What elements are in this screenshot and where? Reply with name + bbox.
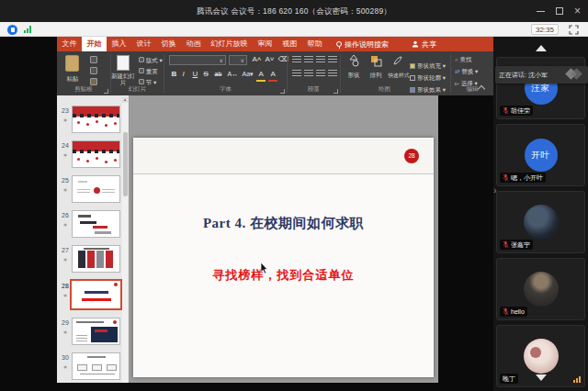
shapes-button[interactable]: 形状 — [344, 54, 364, 79]
tab-transitions[interactable]: 切换 — [156, 37, 181, 51]
slide-thumbnail-panel: 23 ∗ 24 ∗ 25 ∗ 26 ∗ 27 ∗ — [57, 95, 129, 383]
cut-icon[interactable] — [90, 56, 97, 63]
font-size-combo[interactable]: ∨ — [229, 55, 247, 65]
shape-effects-icon — [410, 87, 415, 93]
tab-home[interactable]: 开始 — [82, 37, 107, 51]
participant-tile-4[interactable]: hello — [496, 258, 585, 320]
group-paragraph: 段落 — [288, 51, 340, 95]
thumbnail-slide-26[interactable] — [72, 210, 120, 238]
slide-title[interactable]: Part 4. 在校期间如何求职 — [133, 215, 434, 232]
thumbnail-slide-23[interactable] — [72, 106, 120, 133]
tab-help[interactable]: 帮助 — [302, 37, 327, 51]
thumb-number: 30 — [60, 354, 71, 361]
participant-name-tag: 嗯，小开叶 — [500, 173, 546, 183]
scrollbar-thumb[interactable] — [123, 132, 128, 196]
thumbnail-slide-25[interactable] — [72, 175, 120, 203]
close-icon[interactable]: × — [574, 6, 581, 16]
animation-star-icon: ∗ — [60, 186, 71, 193]
thumb-number: 29 — [60, 319, 71, 326]
align-left-icon[interactable] — [292, 70, 301, 78]
scroll-participants-up-icon[interactable] — [536, 45, 547, 51]
align-center-icon[interactable] — [304, 70, 313, 78]
new-slide-icon[interactable] — [117, 55, 130, 71]
maximize-icon[interactable] — [556, 7, 563, 15]
shape-effects-item[interactable]: 形状效果 ▾ — [410, 79, 446, 95]
find-button[interactable]: ⌕ 查找 — [455, 55, 471, 63]
muted-mic-icon — [503, 240, 509, 249]
participant-tile-3[interactable]: 张鑫宇 — [496, 191, 585, 253]
paste-icon[interactable] — [65, 55, 79, 72]
change-case-icon[interactable]: Aa▾ — [240, 69, 255, 80]
highlight-color-icon[interactable]: A — [256, 69, 266, 82]
strikethrough-button[interactable]: S — [201, 69, 210, 80]
thumbnail-slide-28-selected[interactable] — [70, 279, 122, 310]
participant-tile-2[interactable]: 开叶 嗯，小开叶 — [496, 124, 585, 186]
indent-decrease-icon[interactable] — [316, 56, 325, 64]
quick-styles-button[interactable]: 快速样式 — [387, 54, 409, 79]
group-clipboard: 粘贴 剪贴板 — [57, 51, 110, 95]
section-icon — [139, 79, 144, 84]
copy-icon[interactable] — [90, 67, 97, 74]
paragraph-dialog-launcher[interactable] — [334, 89, 338, 94]
network-signal-icon — [573, 376, 581, 383]
layout-button[interactable]: 版式 ▾ — [139, 56, 163, 64]
font-name-combo[interactable]: ∨ — [169, 55, 226, 65]
font-dialog-launcher[interactable] — [280, 89, 285, 94]
tab-file[interactable]: 文件 — [57, 37, 82, 51]
tab-slideshow[interactable]: 幻灯片放映 — [206, 37, 253, 51]
avatar — [524, 272, 559, 307]
tab-animations[interactable]: 动画 — [181, 37, 206, 51]
reset-button[interactable]: 重置 — [139, 67, 158, 75]
thumbnail-slide-30[interactable] — [72, 352, 120, 380]
text-shadow-button[interactable]: ab — [212, 69, 224, 80]
tab-review[interactable]: 审阅 — [253, 37, 277, 51]
new-slide-label[interactable]: 新建幻灯片 — [111, 73, 135, 85]
tab-insert[interactable]: 插入 — [107, 37, 131, 51]
current-slide[interactable]: 28 Part 4. 在校期间如何求职 寻找榜样，找到合适单位 — [133, 138, 434, 377]
tab-design[interactable]: 设计 — [131, 37, 156, 51]
thumbnail-scrollbar[interactable]: ▴ — [122, 95, 128, 383]
scroll-participants-down-icon[interactable] — [536, 374, 547, 381]
italic-button[interactable]: I — [180, 69, 187, 80]
meeting-titlebar: 腾讯会议 会议号：186 620 160（会议密码：500289） × — [0, 0, 588, 22]
fullscreen-icon[interactable] — [569, 25, 579, 35]
meeting-app-icon[interactable] — [7, 25, 17, 35]
animation-star-icon: ∗ — [60, 117, 71, 123]
scroll-up-icon[interactable]: ▴ — [122, 96, 128, 103]
font-color-icon[interactable]: A — [268, 69, 277, 82]
shrink-font-icon[interactable]: A˅ — [263, 54, 277, 65]
network-signal-icon — [24, 26, 31, 33]
muted-mic-icon — [503, 106, 509, 115]
mouse-cursor — [260, 263, 268, 274]
arrange-button[interactable]: 排列 — [366, 54, 386, 79]
indent-increase-icon[interactable] — [328, 56, 337, 64]
numbering-icon[interactable] — [304, 56, 313, 64]
format-painter-icon[interactable] — [90, 78, 97, 85]
ppt-share-button[interactable]: 共享 — [412, 37, 436, 51]
replace-button[interactable]: ⇄ 替换 ▾ — [455, 67, 478, 75]
slide-number-badge: 28 — [404, 149, 419, 163]
minimize-icon[interactable] — [537, 11, 545, 12]
thumbnail-slide-29[interactable] — [72, 318, 120, 345]
clipboard-dialog-launcher[interactable] — [104, 89, 108, 94]
arrange-icon — [369, 54, 382, 67]
find-icon: ⌕ — [455, 56, 458, 62]
bold-button[interactable]: B — [169, 69, 179, 80]
thumb-number: 27 — [60, 247, 71, 253]
bullets-icon[interactable] — [292, 56, 301, 64]
char-spacing-icon[interactable]: A↔ — [225, 69, 241, 80]
share-toolbar: 32:35 — [0, 22, 588, 37]
paste-label[interactable]: 粘贴 — [62, 74, 84, 83]
grow-font-icon[interactable]: A˄ — [250, 54, 264, 65]
tell-me-search[interactable]: 操作说明搜索 — [336, 37, 389, 51]
underline-button[interactable]: U — [190, 69, 200, 80]
slide-subtitle[interactable]: 寻找榜样，找到合适单位 — [133, 267, 434, 284]
muted-mic-icon — [503, 307, 509, 316]
tab-view[interactable]: 视图 — [277, 37, 302, 51]
ppt-tab-bar: 文件 开始 插入 设计 切换 动画 幻灯片放映 审阅 视图 帮助 操作说明搜索 … — [57, 37, 493, 51]
thumbnail-slide-24[interactable] — [72, 140, 120, 168]
thumbnail-slide-27[interactable] — [72, 245, 120, 273]
align-right-icon[interactable] — [316, 70, 325, 78]
shared-screen: 文件 开始 插入 设计 切换 动画 幻灯片放映 审阅 视图 帮助 操作说明搜索 … — [0, 37, 493, 391]
columns-icon[interactable] — [328, 70, 337, 78]
